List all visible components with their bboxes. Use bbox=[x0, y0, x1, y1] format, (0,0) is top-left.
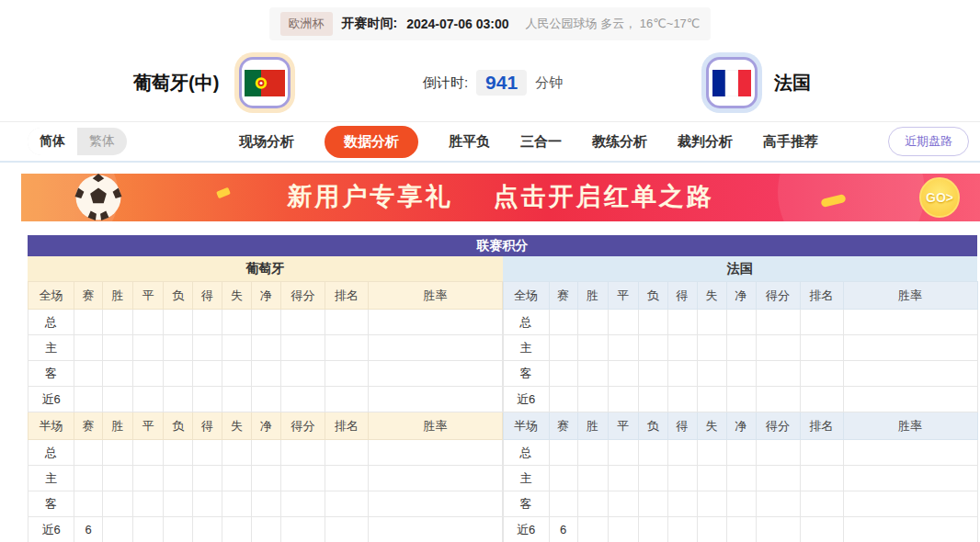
language-toggle[interactable]: 简体繁体 bbox=[28, 128, 127, 155]
table-row: 客 bbox=[503, 361, 977, 387]
table-row: 主 bbox=[28, 466, 503, 491]
stat-cell bbox=[726, 310, 756, 335]
banner-headline-2: 点击开启红单之路 bbox=[494, 183, 714, 210]
table-title: 联赛积分 bbox=[28, 235, 977, 256]
column-header: 净 bbox=[252, 412, 281, 440]
row-label: 客 bbox=[28, 361, 74, 387]
stat-cell bbox=[667, 387, 697, 412]
stat-cell bbox=[325, 517, 369, 542]
stat-cell bbox=[756, 466, 800, 491]
stat-cell bbox=[638, 361, 667, 387]
stat-cell bbox=[756, 335, 800, 361]
stat-cell bbox=[133, 361, 164, 387]
column-header: 负 bbox=[164, 412, 193, 440]
stat-cell bbox=[103, 387, 133, 412]
stat-cell bbox=[756, 491, 800, 517]
table-row: 近6 bbox=[28, 387, 503, 412]
stat-cell bbox=[281, 517, 325, 542]
stat-cell bbox=[193, 335, 222, 361]
stat-cell bbox=[697, 387, 726, 412]
column-header: 排名 bbox=[800, 282, 843, 310]
stat-cell bbox=[667, 491, 697, 517]
stat-cell bbox=[638, 491, 667, 517]
stat-cell bbox=[843, 517, 977, 542]
stat-cell bbox=[756, 440, 800, 466]
column-header: 胜 bbox=[577, 412, 608, 440]
column-header: 得分 bbox=[281, 412, 325, 440]
stat-cell bbox=[667, 310, 697, 335]
stat-cell bbox=[369, 440, 503, 466]
stat-cell bbox=[549, 361, 577, 387]
recent-trend-button[interactable]: 近期盘路 bbox=[888, 127, 969, 156]
countdown: 倒计时: 941 分钟 bbox=[423, 70, 563, 96]
nav-tab[interactable]: 三合一 bbox=[520, 133, 562, 151]
row-label: 近6 bbox=[503, 517, 549, 542]
stat-cell bbox=[843, 335, 977, 361]
stat-cell bbox=[164, 335, 193, 361]
stat-cell bbox=[549, 310, 577, 335]
stat-cell bbox=[638, 517, 667, 542]
row-label: 总 bbox=[503, 440, 549, 466]
stat-cell bbox=[800, 361, 843, 387]
stat-cell bbox=[222, 310, 252, 335]
column-header: 负 bbox=[638, 412, 667, 440]
scope-header: 半场 bbox=[503, 412, 549, 440]
row-label: 客 bbox=[503, 491, 549, 517]
stat-cell bbox=[756, 361, 800, 387]
column-header: 得分 bbox=[756, 282, 800, 310]
stat-cell bbox=[103, 466, 133, 491]
stat-cell bbox=[164, 466, 193, 491]
column-header: 负 bbox=[638, 282, 667, 310]
nav-tab[interactable]: 胜平负 bbox=[449, 133, 490, 151]
stat-cell bbox=[577, 387, 608, 412]
stat-cell bbox=[252, 387, 281, 412]
stat-cell bbox=[133, 517, 164, 542]
lang-option[interactable]: 简体 bbox=[28, 128, 77, 155]
stat-cell bbox=[281, 466, 325, 491]
stat-cell: 6 bbox=[549, 517, 577, 542]
stat-cell bbox=[252, 361, 281, 387]
stat-cell bbox=[74, 440, 103, 466]
column-header: 赛 bbox=[549, 412, 577, 440]
stat-cell bbox=[325, 466, 369, 491]
stat-cell bbox=[638, 466, 667, 491]
stat-cell bbox=[843, 440, 977, 466]
column-header: 净 bbox=[726, 282, 756, 310]
nav-tab[interactable]: 裁判分析 bbox=[678, 133, 733, 151]
stat-cell bbox=[133, 335, 164, 361]
table-row: 主 bbox=[28, 335, 503, 361]
countdown-label: 倒计时: bbox=[423, 74, 468, 92]
column-header: 平 bbox=[608, 282, 638, 310]
nav-tab[interactable]: 教练分析 bbox=[592, 133, 647, 151]
row-label: 总 bbox=[503, 310, 549, 335]
stat-cell bbox=[756, 517, 800, 542]
stat-cell bbox=[222, 491, 252, 517]
row-label: 近6 bbox=[28, 517, 74, 542]
promo-banner[interactable]: 新用户专享礼 点击开启红单之路 GO> bbox=[21, 174, 980, 221]
lang-option[interactable]: 繁体 bbox=[77, 128, 127, 155]
stat-cell bbox=[281, 335, 325, 361]
stat-cell bbox=[697, 491, 726, 517]
nav-tab[interactable]: 高手推荐 bbox=[763, 133, 818, 151]
row-label: 主 bbox=[503, 466, 549, 491]
column-header: 得 bbox=[193, 282, 222, 310]
stat-cell bbox=[222, 517, 252, 542]
stat-cell bbox=[577, 466, 608, 491]
stat-cell bbox=[74, 361, 103, 387]
stat-cell bbox=[697, 440, 726, 466]
table-row: 近6 bbox=[503, 387, 977, 412]
stat-cell bbox=[638, 387, 667, 412]
table-row: 近66 bbox=[503, 517, 977, 542]
stat-cell bbox=[103, 361, 133, 387]
away-team-name: 法国 bbox=[774, 71, 811, 96]
stat-cell bbox=[549, 335, 577, 361]
nav-tab[interactable]: 现场分析 bbox=[239, 133, 294, 151]
stat-cell bbox=[369, 491, 503, 517]
stat-cell bbox=[193, 361, 222, 387]
table-row: 总 bbox=[28, 440, 503, 466]
go-button[interactable]: GO> bbox=[919, 177, 960, 218]
scope-header: 全场 bbox=[503, 282, 549, 310]
stat-cell bbox=[74, 491, 103, 517]
nav-tab[interactable]: 数据分析 bbox=[325, 126, 418, 158]
stat-cell bbox=[667, 517, 697, 542]
